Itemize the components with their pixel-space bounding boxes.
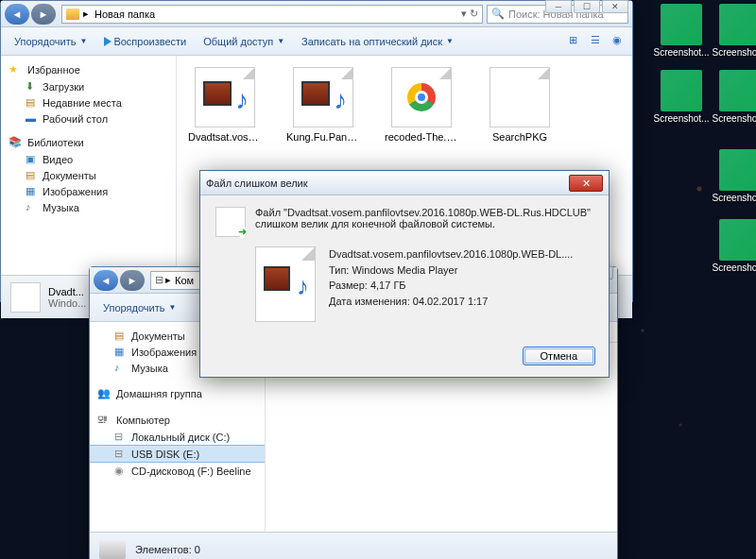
desktop-icon[interactable]: Screenshot... xyxy=(652,70,711,124)
sidebar-item-downloads[interactable]: ⬇Загрузки xyxy=(1,78,176,94)
back-button[interactable]: ◄ xyxy=(5,4,29,25)
sidebar-item-video[interactable]: ▣Видео xyxy=(1,151,176,167)
desktop-icon[interactable]: Screenshot... xyxy=(711,149,756,203)
file-item[interactable]: SearchPKG xyxy=(483,67,557,143)
file-icon xyxy=(10,282,41,313)
status-bar: Элементов: 0 xyxy=(90,532,617,559)
sidebar-item-localdisk[interactable]: ⊟Локальный диск (C:) xyxy=(90,429,265,445)
window-controls: ─ ☐ ✕ xyxy=(545,0,628,13)
sidebar-item-cddrive[interactable]: ◉CD-дисковод (F:) Beeline xyxy=(90,463,265,479)
file-metadata: Dvadtsat.vosem.panfilovtsev.2016.1080p.W… xyxy=(329,246,573,322)
details-type: Windo... xyxy=(48,297,86,309)
dialog-title: Файл слишком велик xyxy=(206,178,308,189)
sidebar-item-music[interactable]: ♪Музыка xyxy=(1,199,176,215)
sidebar: ★Избранное ⬇Загрузки ▤Недавние места ▬Ра… xyxy=(1,56,177,275)
status-text: Элементов: 0 xyxy=(135,544,200,555)
sidebar-homegroup[interactable]: 👥Домашняя группа xyxy=(90,385,265,402)
share-button[interactable]: Общий доступ▼ xyxy=(196,33,292,50)
forward-button[interactable]: ► xyxy=(31,4,56,25)
forward-button[interactable]: ► xyxy=(120,270,145,291)
desktop-icon[interactable]: Screenshot... xyxy=(711,219,756,273)
sidebar-item-usbdisk[interactable]: ⊟USB DISK (E:) xyxy=(90,445,265,463)
preview-icon[interactable]: ☰ xyxy=(591,34,605,48)
close-button[interactable]: ✕ xyxy=(602,0,628,13)
dialog-message: Файл "Dvadtsat.vosem.panfilovtsev.2016.1… xyxy=(255,207,593,237)
minimize-button[interactable]: ─ xyxy=(545,0,572,13)
address-bar[interactable]: ▸ Новая папка ▾ ↻ xyxy=(61,5,483,24)
organize-button[interactable]: Упорядочить▼ xyxy=(95,299,183,316)
close-button[interactable]: ✕ xyxy=(569,175,603,192)
address-bar[interactable]: ⊟ ▸ Ком xyxy=(150,271,203,290)
cancel-button[interactable]: Отмена xyxy=(523,347,595,365)
copy-icon xyxy=(215,207,246,237)
desktop-icon[interactable]: Screenshot... xyxy=(711,70,756,124)
file-item[interactable]: ♪ Dvadtsat.vosem. xyxy=(188,67,262,143)
desktop-icon[interactable]: Screenshot... xyxy=(711,4,756,58)
drive-icon xyxy=(99,540,126,559)
file-item[interactable]: ♪ Kung.Fu.Panda.3. xyxy=(286,67,360,143)
play-button[interactable]: Воспроизвести xyxy=(96,33,194,50)
toolbar: Упорядочить▼ Воспроизвести Общий доступ▼… xyxy=(1,27,632,56)
dialog-titlebar: Файл слишком велик ✕ xyxy=(200,171,609,195)
folder-icon xyxy=(66,8,79,20)
play-icon xyxy=(104,37,112,46)
sidebar-item-desktop[interactable]: ▬Рабочий стол xyxy=(1,110,176,127)
desktop-icon[interactable]: Screenshot... xyxy=(652,4,711,58)
organize-button[interactable]: Упорядочить▼ xyxy=(7,33,94,50)
address-text: Новая папка xyxy=(94,8,155,20)
maximize-button[interactable]: ☐ xyxy=(574,0,600,13)
file-item[interactable]: recoded-The.Ho xyxy=(385,67,458,143)
sidebar-favorites[interactable]: ★Избранное xyxy=(1,61,176,78)
help-icon[interactable]: ◉ xyxy=(612,34,627,48)
sidebar-item-recent[interactable]: ▤Недавние места xyxy=(1,94,176,110)
details-name: Dvadt... xyxy=(48,286,86,297)
sidebar-item-documents[interactable]: ▤Документы xyxy=(1,167,176,183)
titlebar: ◄ ► ▸ Новая папка ▾ ↻ 🔍 Поиск: Новая пап… xyxy=(1,1,632,27)
view-icon[interactable]: ⊞ xyxy=(569,34,583,48)
back-button[interactable]: ◄ xyxy=(94,270,118,291)
file-type-icon: ♪ xyxy=(255,246,316,322)
burn-button[interactable]: Записать на оптический диск▼ xyxy=(294,33,461,50)
sidebar-libraries[interactable]: 📚Библиотеки xyxy=(1,134,176,151)
sidebar-computer[interactable]: 🖳Компьютер xyxy=(90,412,265,429)
error-dialog: Файл слишком велик ✕ Файл "Dvadtsat.vose… xyxy=(199,170,610,378)
sidebar-item-images[interactable]: ▦Изображения xyxy=(1,183,176,199)
